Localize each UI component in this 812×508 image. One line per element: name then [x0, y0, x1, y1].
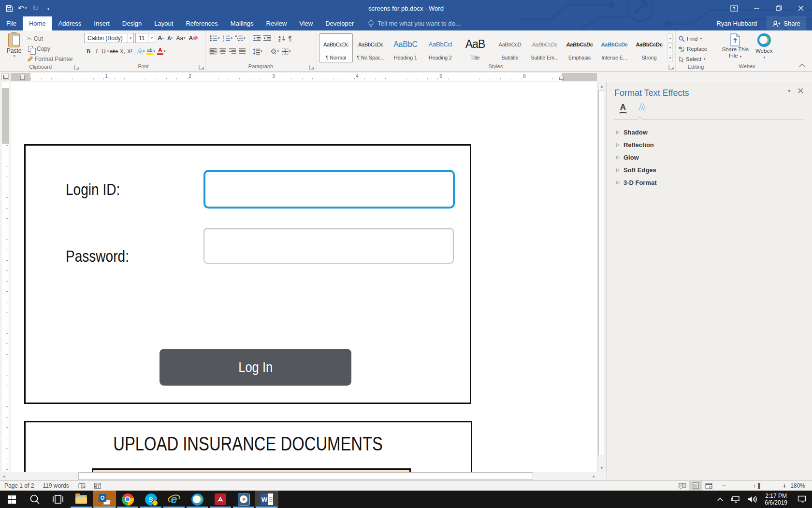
paste-dropdown-icon[interactable]: ▾ [14, 54, 15, 58]
taskbar-internet-explorer[interactable]: e [162, 491, 186, 508]
pane-close-icon[interactable] [798, 88, 803, 93]
underline-button[interactable]: U [101, 47, 107, 55]
word-count[interactable]: 119 words [38, 481, 73, 491]
align-right-button[interactable] [228, 48, 237, 55]
scroll-down-icon[interactable]: ▼ [598, 464, 606, 472]
paste-button[interactable]: Paste ▾ [3, 32, 25, 63]
italic-button[interactable]: I [93, 47, 101, 56]
highlight-button[interactable]: ab▾ [145, 47, 156, 56]
taskbar-clock[interactable]: 2:17 PM 6/6/2019 [760, 491, 792, 508]
minimize-button[interactable] [745, 0, 768, 16]
zoom-out-button[interactable]: − [722, 483, 726, 488]
tab-home[interactable]: Home [23, 16, 52, 30]
select-button[interactable]: Select▾ [679, 55, 707, 63]
redo-button[interactable]: ↻ [31, 3, 40, 14]
style-subtle-emphasis[interactable]: AaBbCcDcSubtle Em... [528, 33, 562, 62]
increase-indent-button[interactable] [262, 34, 272, 42]
align-left-button[interactable] [209, 48, 218, 55]
tab-address[interactable]: Address [52, 16, 88, 30]
log-in-button[interactable]: Log In [160, 349, 351, 386]
multilevel-list-button[interactable]: ▾ [234, 34, 246, 42]
taskbar-skype[interactable]: S [139, 491, 162, 508]
text-effects-tab[interactable]: A [637, 103, 648, 114]
upload-bar[interactable] [92, 468, 411, 472]
network-status[interactable] [727, 491, 744, 508]
pane-menu-icon[interactable]: ▾ [788, 89, 790, 93]
style-subtitle[interactable]: AaBbCcDSubtitle [493, 33, 527, 62]
numbering-button[interactable]: 123▾ [222, 34, 234, 42]
start-button[interactable] [0, 491, 23, 508]
scroll-right-icon[interactable]: ▸ [590, 472, 598, 480]
webex-button[interactable]: Webex ▾ [754, 32, 775, 63]
taskbar-search-button[interactable] [23, 491, 46, 508]
tab-selector[interactable] [1, 73, 9, 80]
subscript-button[interactable]: X₂ [119, 48, 126, 55]
tab-insert[interactable]: Insert [87, 16, 116, 30]
customize-qat-button[interactable]: ▾ [44, 3, 53, 14]
clipboard-dialog-launcher-icon[interactable] [74, 64, 79, 70]
change-case-button[interactable]: Aa▾ [175, 34, 186, 42]
justify-button[interactable] [238, 48, 246, 55]
style-heading-2[interactable]: AaBbCclHeading 2 [423, 33, 457, 62]
taskbar-word[interactable]: W [255, 491, 278, 508]
replace-button[interactable]: abacReplace [679, 45, 707, 53]
font-family-combo[interactable]: Calibri (Body)▾ [84, 33, 134, 43]
shrink-font-button[interactable]: A▾ [166, 35, 174, 42]
tab-layout[interactable]: Layout [148, 16, 179, 30]
taskbar-media-player[interactable] [232, 491, 255, 508]
share-this-file-button[interactable]: Share This File ▾ [720, 32, 751, 63]
clear-formatting-button[interactable]: A [188, 34, 199, 42]
scroll-up-icon[interactable]: ▲ [598, 82, 606, 90]
zoom-percentage[interactable]: 180% [790, 482, 805, 489]
style-no-spacing[interactable]: AaBbCcDc¶ No Spac... [354, 33, 388, 62]
proofing-status-icon[interactable] [73, 481, 90, 491]
password-field[interactable] [203, 228, 454, 264]
restore-button[interactable] [768, 0, 790, 16]
taskbar-file-explorer[interactable] [70, 491, 93, 508]
action-center-button[interactable] [792, 491, 812, 508]
tab-design[interactable]: Design [116, 16, 148, 30]
page-indicator[interactable]: Page 1 of 2 [0, 481, 38, 491]
strikethrough-button[interactable]: abc [109, 48, 119, 55]
tab-developer[interactable]: Developer [319, 16, 360, 30]
scroll-left-icon[interactable]: ◂ [0, 472, 8, 480]
tell-me-box[interactable]: Tell me what you want to do... [368, 16, 460, 30]
macro-record-icon[interactable] [90, 481, 105, 491]
tab-review[interactable]: Review [260, 16, 293, 30]
section-soft-edges[interactable]: ▷Soft Edges [614, 164, 803, 176]
tab-references[interactable]: References [179, 16, 224, 30]
taskbar-outlook[interactable]: O [93, 491, 116, 508]
undo-dropdown-icon[interactable]: ▾ [25, 6, 27, 10]
format-painter-button[interactable]: Format Painter [27, 54, 73, 63]
borders-button[interactable]: ▾ [281, 48, 292, 55]
web-layout-button[interactable] [702, 481, 715, 491]
tab-mailings[interactable]: Mailings [224, 16, 260, 30]
tab-view[interactable]: View [293, 16, 319, 30]
bold-button[interactable]: B [84, 47, 93, 56]
collapse-ribbon-icon[interactable] [799, 63, 805, 67]
task-view-button[interactable] [46, 491, 70, 508]
taskbar-acrobat[interactable] [209, 491, 232, 508]
section-3d-format[interactable]: ▷3-D Format [614, 176, 803, 189]
bullets-button[interactable]: ▾ [209, 34, 221, 42]
style-normal[interactable]: AaBbCcDc¶ Normal [319, 33, 353, 62]
tab-file[interactable]: File [0, 16, 23, 30]
style-title[interactable]: AaBTitle [458, 33, 492, 62]
text-effects-button[interactable]: A▾ [137, 47, 146, 56]
section-shadow[interactable]: ▷Shadow [614, 126, 803, 138]
styles-scroll-down-icon[interactable]: ▾ [667, 43, 673, 52]
login-id-field[interactable] [203, 170, 455, 209]
document-page[interactable]: Login ID: Password: Log In UPLOAD INSURA… [11, 82, 597, 472]
ribbon-display-options-icon[interactable] [723, 0, 745, 16]
styles-dialog-launcher-icon[interactable] [668, 64, 674, 70]
zoom-slider[interactable] [730, 483, 779, 489]
style-strong[interactable]: AaBbCcDcStrong [632, 33, 666, 62]
horizontal-scroll-thumb[interactable] [78, 472, 533, 480]
read-mode-button[interactable] [676, 481, 689, 491]
font-dialog-launcher-icon[interactable] [199, 64, 204, 70]
print-layout-button[interactable] [689, 481, 702, 491]
font-size-combo[interactable]: 11▾ [135, 33, 155, 43]
cut-button[interactable]: ✂Cut [27, 34, 73, 43]
undo-button[interactable]: ↶▾ [18, 3, 27, 14]
user-name[interactable]: Ryan Hubbard [716, 20, 757, 27]
